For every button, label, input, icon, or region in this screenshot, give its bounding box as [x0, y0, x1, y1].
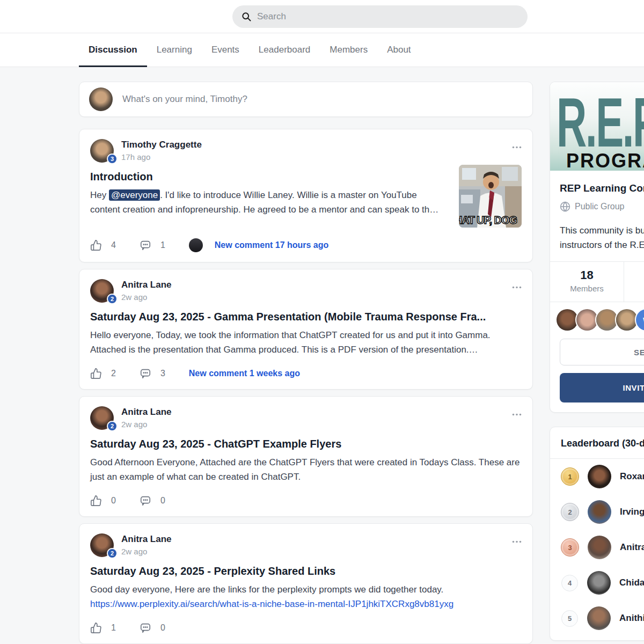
leaderboard-name: Anithia — [619, 613, 644, 624]
leaderboard-title: Leaderboard (30-day) — [550, 427, 644, 458]
post-body: Good Afternoon Everyone, Attached are th… — [90, 455, 522, 484]
search-input[interactable] — [257, 11, 504, 22]
avatar — [89, 87, 113, 111]
rank-2-medal: 2 — [561, 503, 579, 521]
leaderboard-card: Leaderboard (30-day) 1 Roxanne 2 Irving … — [550, 427, 644, 641]
commenter-avatar[interactable] — [189, 238, 203, 252]
post-author: Anitra Lane — [121, 533, 172, 545]
avatar — [587, 606, 611, 630]
avatar — [588, 465, 611, 488]
comment-count: 0 — [160, 496, 165, 506]
group-info-card: R.E.P PROGRAM REP Learning Community Pub… — [550, 82, 644, 413]
search-icon — [241, 11, 252, 22]
comment-icon[interactable] — [140, 368, 151, 379]
comment-count: 1 — [160, 240, 165, 250]
post-author: Anitra Lane — [121, 406, 172, 418]
post-body: Hey @everyone. I'd like to introduce Wil… — [90, 188, 448, 217]
banner-program-text: PROGRAM — [566, 150, 644, 171]
tab-bar: Discussion Learning Events Leaderboard M… — [0, 33, 644, 67]
like-icon[interactable] — [90, 239, 102, 251]
post-body: Good day everyone, Here are the links fo… — [90, 582, 522, 611]
privacy-label: Public Group — [575, 202, 625, 211]
rank-1-medal: 1 — [561, 467, 579, 486]
tab-events[interactable]: Events — [202, 33, 249, 67]
leaderboard-row[interactable]: 3 Anitra L — [550, 530, 644, 565]
comment-count: 3 — [160, 369, 165, 378]
leaderboard-row[interactable]: 2 Irving M — [550, 494, 644, 530]
avatar — [588, 536, 611, 559]
mention-everyone[interactable]: @everyone — [109, 189, 160, 201]
post-card[interactable]: 2 Anitra Lane 2w ago Saturday Aug 23, 20… — [79, 269, 533, 390]
level-badge: 2 — [107, 294, 118, 304]
avatar — [587, 571, 611, 595]
tab-leaderboard[interactable]: Leaderboard — [249, 33, 320, 67]
group-banner-image[interactable]: R.E.P PROGRAM — [550, 82, 644, 171]
leaderboard-name: Irving M — [620, 507, 644, 517]
leaderboard-name: Anitra L — [620, 542, 644, 553]
comment-icon[interactable] — [140, 239, 151, 251]
post-time: 2w ago — [121, 420, 172, 429]
new-comment-link[interactable]: New comment 17 hours ago — [215, 240, 329, 250]
member-avatar[interactable]: W — [636, 309, 644, 331]
search-bar[interactable] — [232, 5, 528, 28]
composer-placeholder: What's on your mind, Timothy? — [122, 94, 247, 105]
post-time: 17h ago — [121, 152, 202, 162]
post-author: Timothy Craggette — [121, 139, 202, 150]
leaderboard-row[interactable]: 4 Chidat — [550, 565, 644, 601]
comment-count: 0 — [160, 623, 165, 633]
more-options-icon[interactable] — [512, 408, 522, 418]
leaderboard-row[interactable]: 1 Roxanne — [550, 459, 644, 494]
more-options-icon[interactable] — [512, 281, 522, 291]
tab-discussion[interactable]: Discussion — [79, 33, 147, 67]
like-icon[interactable] — [90, 368, 102, 379]
level-badge: 3 — [107, 153, 118, 164]
post-card[interactable]: 2 Anitra Lane 2w ago Saturday Aug 23, 20… — [79, 396, 533, 517]
like-icon[interactable] — [90, 495, 102, 507]
post-gif-thumbnail[interactable]: HAT UP, DOG — [459, 165, 522, 228]
globe-icon — [560, 201, 570, 212]
leaderboard-row[interactable]: 5 Anithia — [550, 601, 644, 636]
post-card[interactable]: 2 Anitra Lane 2w ago Saturday Aug 23, 20… — [79, 523, 533, 644]
members-stat: 18 Members — [550, 262, 624, 302]
post-composer[interactable]: What's on your mind, Timothy? — [79, 82, 533, 117]
post-title: Saturday Aug 23, 2025 - Perplexity Share… — [90, 565, 522, 577]
group-title: REP Learning Community — [560, 182, 644, 194]
like-count: 0 — [111, 496, 116, 506]
member-avatar[interactable] — [576, 309, 598, 331]
post-time: 2w ago — [121, 292, 172, 302]
post-title: Saturday Aug 23, 2025 - Gamma Presentati… — [90, 311, 522, 323]
post-time: 2w ago — [121, 547, 172, 556]
like-icon[interactable] — [90, 622, 102, 634]
level-badge: 2 — [107, 548, 118, 559]
tab-about[interactable]: About — [377, 33, 420, 67]
level-badge: 2 — [107, 421, 118, 431]
like-count: 2 — [111, 369, 116, 378]
post-author: Anitra Lane — [121, 279, 172, 290]
like-count: 1 — [111, 623, 116, 633]
member-avatars: W — [550, 302, 644, 331]
rank-3-medal: 3 — [561, 538, 579, 557]
perplexity-link[interactable]: https://www.perplexity.ai/search/what-is… — [90, 597, 522, 611]
settings-button[interactable]: SETTINGS — [560, 339, 644, 365]
comment-icon[interactable] — [140, 495, 151, 507]
comment-icon[interactable] — [140, 622, 151, 634]
rank-5-badge: 5 — [561, 610, 578, 627]
more-options-icon[interactable] — [512, 141, 522, 151]
new-comment-link[interactable]: New comment 1 weeks ago — [189, 369, 300, 378]
feed-column: What's on your mind, Timothy? 3 Timothy … — [79, 82, 533, 644]
member-avatar[interactable] — [557, 309, 578, 331]
tab-learning[interactable]: Learning — [147, 33, 202, 67]
rank-4-badge: 4 — [561, 575, 578, 591]
invite-button[interactable]: INVITE PEOPLE — [560, 373, 644, 402]
banner-rep-text: R.E.P — [557, 87, 644, 157]
member-avatar[interactable] — [596, 309, 618, 331]
post-card[interactable]: 3 Timothy Craggette 17h ago Introduction… — [79, 129, 533, 262]
leaderboard-name: Roxanne — [620, 471, 644, 482]
post-title: Introduction — [90, 171, 448, 183]
post-title: Saturday Aug 23, 2025 - ChatGPT Example … — [90, 438, 522, 450]
top-bar — [0, 0, 644, 33]
member-avatar[interactable] — [616, 309, 638, 331]
more-options-icon[interactable] — [512, 536, 522, 545]
svg-text:HAT UP, DOG: HAT UP, DOG — [459, 214, 517, 226]
tab-members[interactable]: Members — [320, 33, 377, 67]
